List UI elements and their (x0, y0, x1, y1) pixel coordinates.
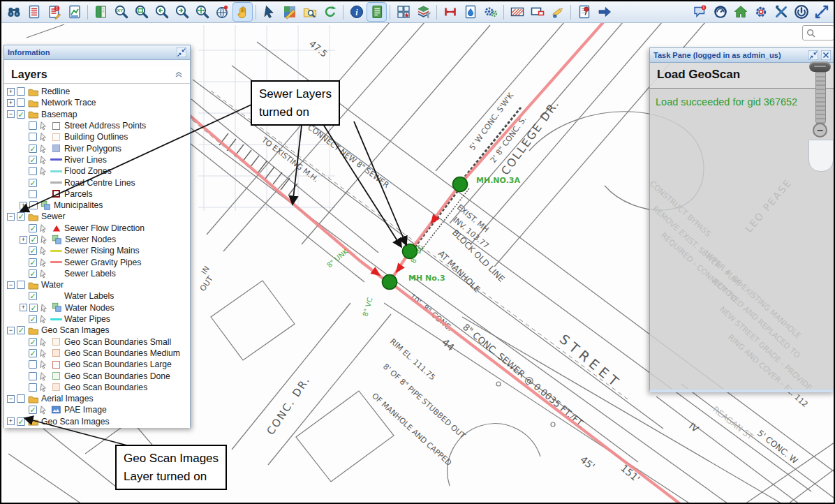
layer-cursor-icon[interactable] (39, 405, 48, 415)
select-arrow-icon[interactable] (260, 3, 279, 21)
layer-checkbox[interactable]: ✓ (29, 156, 37, 164)
tree-expander[interactable]: + (20, 304, 27, 311)
layer-label[interactable]: Basemap (41, 110, 77, 119)
share-arrows-icon[interactable] (812, 3, 831, 21)
layer-cursor-icon[interactable] (39, 223, 48, 233)
gears-icon[interactable] (481, 3, 500, 21)
layer-label[interactable]: Geo Scan Boundaries Small (64, 337, 171, 347)
forward-arrow-icon[interactable] (595, 3, 614, 21)
water-doc-icon[interactable] (461, 3, 480, 21)
zoom-previous-icon[interactable] (152, 3, 171, 21)
report-doc-icon[interactable] (367, 3, 386, 21)
power-icon[interactable] (792, 3, 811, 21)
redline-edit-icon[interactable]: ! (45, 3, 64, 21)
tree-expander[interactable]: − (7, 281, 15, 289)
measure-icon[interactable] (441, 3, 459, 21)
layer-cursor-icon[interactable] (39, 144, 48, 154)
zoom-slider-track[interactable] (815, 64, 826, 126)
layer-checkbox[interactable] (29, 133, 37, 141)
layer-checkbox[interactable] (29, 190, 37, 198)
hatch-area-icon[interactable] (508, 3, 526, 21)
layer-checkbox[interactable] (17, 87, 25, 96)
layer-checkbox[interactable]: ✓ (29, 179, 37, 187)
clip-rect-icon[interactable] (528, 3, 547, 21)
tree-expander[interactable]: + (20, 202, 27, 209)
zoom-full-extent-icon[interactable] (193, 3, 212, 21)
collapse-icon[interactable] (808, 50, 818, 61)
layer-cursor-icon[interactable] (40, 235, 49, 244)
map-search-box[interactable] (802, 25, 834, 40)
layer-checkbox[interactable] (29, 360, 37, 369)
folder-search-icon[interactable] (300, 3, 319, 21)
layer-cursor-icon[interactable] (39, 121, 48, 131)
layer-label[interactable]: Municipalites (54, 200, 103, 210)
zoom-slider-thumb[interactable] (809, 61, 831, 72)
settings-gear-icon[interactable] (751, 3, 770, 21)
tree-expander[interactable]: + (7, 417, 15, 425)
identify-book-icon[interactable] (91, 3, 110, 21)
layer-checkbox[interactable]: ✓ (29, 224, 37, 232)
layer-checkbox[interactable]: ✓ (17, 212, 25, 221)
layer-label[interactable]: Geo Scan Boundaries Done (64, 371, 170, 381)
layer-label[interactable]: Flood Zones (64, 166, 112, 176)
layer-checkbox[interactable]: ✓ (29, 235, 38, 244)
layer-cursor-icon[interactable] (39, 371, 48, 381)
zoom-window-icon[interactable] (132, 3, 151, 21)
pan-left-icon[interactable] (811, 151, 815, 155)
map-edit-icon[interactable] (280, 3, 299, 21)
layer-checkbox[interactable]: ✓ (29, 258, 37, 267)
home-icon[interactable] (731, 3, 750, 21)
layer-checkbox[interactable] (29, 121, 37, 130)
layer-checkbox[interactable]: ✓ (29, 349, 37, 357)
map-page-icon[interactable] (65, 3, 84, 21)
layer-label[interactable]: Geo Scan Images (41, 417, 110, 427)
pan-hand-icon[interactable] (233, 3, 252, 21)
zoom-out-button[interactable]: − (813, 123, 827, 138)
layer-label[interactable]: PAE Image (64, 405, 107, 415)
layer-label[interactable]: Sewer Rising Mains (64, 246, 140, 255)
layer-checkbox[interactable] (17, 98, 25, 107)
tree-expander[interactable]: − (7, 395, 15, 403)
layer-cursor-icon[interactable] (39, 269, 48, 279)
pin-doc-icon[interactable] (575, 3, 593, 21)
layer-cursor-icon[interactable] (39, 383, 48, 392)
layer-checkbox[interactable]: ✓ (29, 269, 37, 278)
tree-expander[interactable]: − (7, 213, 15, 221)
dashboard-icon[interactable] (711, 3, 730, 21)
layer-label[interactable]: Street Address Points (64, 121, 146, 131)
layer-checkbox[interactable]: ✓ (29, 144, 37, 153)
layer-label[interactable]: Geo Scan Boundaries Medium (64, 348, 180, 358)
layer-cursor-icon[interactable] (39, 360, 48, 369)
layer-checkbox[interactable]: ✓ (29, 315, 37, 323)
layer-cursor-icon[interactable] (39, 166, 48, 176)
layer-label[interactable]: Sewer Nodes (65, 235, 116, 244)
tree-expander[interactable]: − (7, 110, 15, 118)
refresh-icon[interactable] (320, 3, 339, 21)
layer-cursor-icon[interactable] (39, 348, 48, 358)
tree-expander[interactable]: + (7, 99, 15, 107)
binoculars-icon[interactable] (4, 3, 23, 21)
layer-checkbox[interactable]: ✓ (17, 326, 25, 334)
layer-cursor-icon[interactable] (39, 132, 48, 142)
layer-label[interactable]: Road Centre Lines (64, 178, 135, 188)
layer-label[interactable]: River Polygons (64, 144, 121, 154)
layer-label[interactable]: Geo Scan Images (41, 325, 110, 335)
layer-checkbox[interactable]: ✓ (17, 110, 25, 119)
layer-label[interactable]: Aerial Images (41, 394, 94, 403)
layers-filter-icon[interactable] (414, 3, 433, 21)
tree-expander[interactable]: + (20, 236, 27, 244)
collapse-icon[interactable] (176, 47, 186, 58)
layer-cursor-icon[interactable] (39, 314, 48, 324)
layer-label[interactable]: River Lines (64, 155, 107, 165)
double-chevron-up-icon[interactable] (175, 68, 183, 81)
layer-cursor-icon[interactable] (39, 337, 48, 347)
layer-checkbox[interactable]: ✓ (29, 304, 38, 312)
layer-checkbox[interactable] (29, 167, 37, 175)
pan-right-icon[interactable] (827, 151, 832, 155)
layer-label[interactable]: Sewer Gravity Pipes (64, 258, 141, 267)
layer-checkbox[interactable] (17, 281, 25, 289)
layer-label[interactable]: Geo Scan Boundaries (64, 383, 147, 392)
close-icon[interactable] (820, 50, 831, 61)
layout-grid-icon[interactable] (394, 3, 413, 21)
redline-list-icon[interactable] (24, 3, 43, 21)
